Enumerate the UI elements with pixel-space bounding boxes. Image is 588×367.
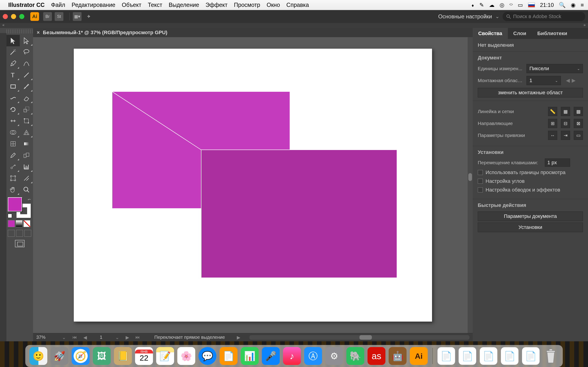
- perspective-tool[interactable]: [20, 127, 33, 138]
- rectangle-tool[interactable]: [6, 81, 20, 92]
- use-preview-bounds-checkbox[interactable]: Использовать границы просмотра: [478, 169, 583, 175]
- tab-properties[interactable]: Свойства: [473, 28, 508, 39]
- dock-launchpad[interactable]: 🚀: [51, 347, 69, 365]
- guides-lock-icon[interactable]: ⊟: [561, 119, 570, 128]
- fill-swatch[interactable]: [8, 197, 22, 211]
- chevron-down-icon[interactable]: ⌄: [495, 14, 499, 19]
- dock-appstore[interactable]: Ⓐ: [304, 347, 322, 365]
- draw-inside-icon[interactable]: [24, 230, 31, 237]
- menu-type[interactable]: Текст: [148, 2, 162, 8]
- menu-help[interactable]: Справка: [286, 2, 309, 8]
- app-name[interactable]: Illustrator CC: [8, 2, 44, 8]
- draw-normal-icon[interactable]: [8, 230, 15, 237]
- screen-mode-icon[interactable]: [15, 240, 25, 247]
- wifi-icon[interactable]: ⌔: [510, 2, 513, 8]
- paintbrush-tool[interactable]: [20, 81, 33, 92]
- line-tool[interactable]: [20, 69, 33, 81]
- dock-contacts[interactable]: 📒: [114, 347, 132, 365]
- spotlight-icon[interactable]: 🔍: [559, 2, 566, 8]
- menu-object[interactable]: Объект: [122, 2, 141, 8]
- cloud-icon[interactable]: ☁: [489, 2, 494, 8]
- notifications-icon[interactable]: ≡: [581, 2, 584, 8]
- clock[interactable]: 21:10: [540, 2, 554, 8]
- bridge-button[interactable]: Br: [43, 12, 52, 21]
- battery-icon[interactable]: ▭: [518, 2, 523, 8]
- symbol-sprayer-tool[interactable]: [6, 161, 20, 173]
- none-mode-icon[interactable]: [23, 220, 30, 227]
- type-tool[interactable]: T: [6, 69, 20, 81]
- tab-layers[interactable]: Слои: [508, 28, 532, 39]
- selection-tool[interactable]: [6, 35, 20, 46]
- rotate-tool[interactable]: [6, 104, 20, 115]
- blend-tool[interactable]: [20, 150, 33, 161]
- default-fill-stroke-icon[interactable]: [8, 214, 12, 218]
- hand-tool[interactable]: [6, 184, 20, 195]
- eraser-tool[interactable]: [20, 92, 33, 104]
- edit-artboards-button[interactable]: зменить монтажные област: [478, 88, 583, 98]
- gpu-preview-button[interactable]: ✈: [84, 12, 93, 21]
- menu-file[interactable]: Файл: [51, 2, 65, 8]
- prev-artboard-nav-icon[interactable]: ◀: [566, 77, 570, 83]
- snap-point-icon[interactable]: ↔: [548, 131, 557, 140]
- horizontal-scrollbar[interactable]: [250, 335, 469, 340]
- cc-icon[interactable]: ◎: [500, 2, 504, 8]
- artboard[interactable]: [74, 49, 432, 322]
- direct-selection-tool[interactable]: [20, 35, 33, 46]
- dock-messages[interactable]: 💬: [199, 347, 216, 365]
- dock-finder[interactable]: 🙂: [29, 347, 47, 365]
- pen-tool[interactable]: [6, 58, 20, 69]
- artboard-dropdown-icon[interactable]: ⌄: [114, 335, 121, 340]
- dock-keynote[interactable]: 🎤: [262, 347, 280, 365]
- status-more-icon[interactable]: ▶: [235, 335, 242, 340]
- free-transform-tool[interactable]: [20, 115, 33, 127]
- workspace-switcher-label[interactable]: Основные настройки: [438, 13, 492, 20]
- ai-home-icon[interactable]: Ai: [30, 12, 39, 21]
- scale-corners-checkbox[interactable]: Настройка углов: [478, 178, 583, 184]
- shape-rectangle-2[interactable]: [201, 150, 397, 277]
- vertical-scrollbar[interactable]: [468, 37, 473, 333]
- slice-tool[interactable]: [20, 173, 33, 184]
- menu-effect[interactable]: Эффект: [206, 2, 228, 8]
- mesh-tool[interactable]: [6, 138, 20, 150]
- dock-numbers[interactable]: 📊: [241, 347, 259, 365]
- grid-icon[interactable]: ▦: [561, 107, 570, 116]
- dock-illustrator[interactable]: Ai: [410, 347, 428, 365]
- dock-lastfm[interactable]: as: [367, 347, 385, 365]
- snap-grid-icon[interactable]: ⇥: [561, 131, 570, 140]
- artboard-tool[interactable]: [6, 173, 20, 184]
- adobe-stock-search[interactable]: Поиск в Adobe Stock: [502, 12, 585, 21]
- dock-recent-2[interactable]: 📄: [458, 347, 476, 365]
- color-mode-icon[interactable]: [8, 220, 15, 227]
- shaper-tool[interactable]: [6, 92, 20, 104]
- shape-builder-tool[interactable]: [6, 127, 20, 138]
- flag-ru-icon[interactable]: [528, 3, 535, 7]
- dock-recent-3[interactable]: 📄: [480, 347, 498, 365]
- swap-fill-stroke-icon[interactable]: ⤺: [28, 197, 31, 202]
- dock-pages[interactable]: 📄: [220, 347, 237, 365]
- next-artboard-nav-icon[interactable]: ▶: [572, 77, 576, 83]
- maximize-window[interactable]: [19, 14, 24, 19]
- transparency-grid-icon[interactable]: ▩: [574, 107, 583, 116]
- tab-libraries[interactable]: Библиотеки: [532, 28, 573, 39]
- key-move-input[interactable]: 1 px: [545, 158, 570, 167]
- close-tab-icon[interactable]: ×: [37, 30, 40, 35]
- dock-photos[interactable]: 🌸: [177, 347, 195, 365]
- draw-behind-icon[interactable]: [16, 230, 23, 237]
- last-artboard-icon[interactable]: ⏭: [134, 335, 141, 340]
- dock-recent-4[interactable]: 📄: [501, 347, 519, 365]
- evernote-icon[interactable]: ✎: [479, 2, 484, 8]
- stock-button[interactable]: St: [55, 12, 63, 21]
- preferences-button[interactable]: Установки: [478, 223, 583, 232]
- gradient-tool[interactable]: [20, 138, 33, 150]
- graph-tool[interactable]: [20, 161, 33, 173]
- dock-preview[interactable]: 🖼: [93, 347, 111, 365]
- zoom-dropdown-icon[interactable]: ⌄: [61, 335, 67, 340]
- width-tool[interactable]: [6, 115, 20, 127]
- dropbox-icon[interactable]: ⬧: [471, 2, 474, 8]
- curvature-tool[interactable]: [20, 58, 33, 69]
- guides-visibility-icon[interactable]: ⊞: [548, 119, 557, 128]
- artboard-number[interactable]: 1: [92, 335, 110, 340]
- scale-tool[interactable]: [20, 104, 33, 115]
- dock-system-prefs[interactable]: ⚙: [325, 347, 343, 365]
- menu-window[interactable]: Окно: [267, 2, 280, 8]
